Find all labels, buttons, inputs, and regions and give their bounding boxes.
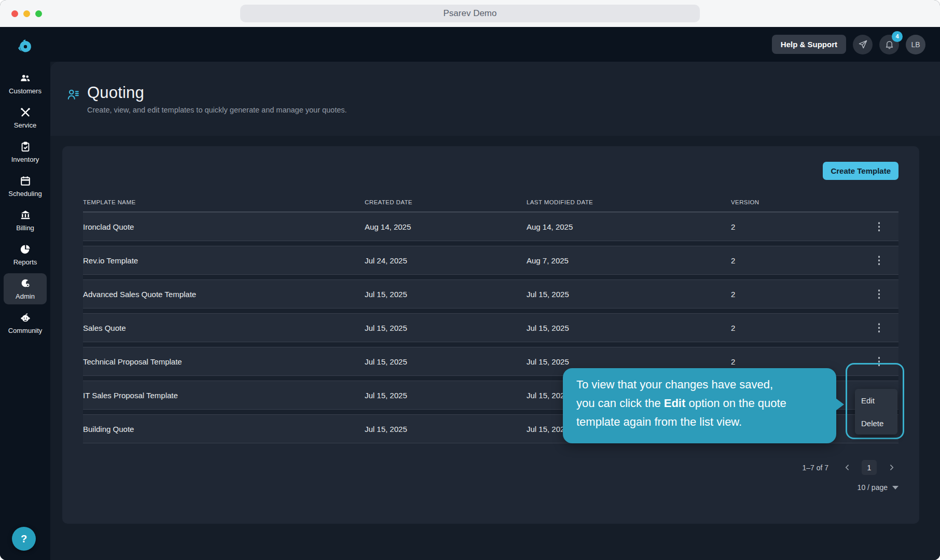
page-subtitle: Create, view, and edit templates to quic… — [87, 106, 347, 114]
cell-template-name: Ironclad Quote — [83, 222, 365, 231]
page-title: Quoting — [87, 83, 347, 102]
sidebar: Customers Service Inventory — [0, 27, 50, 560]
cell-created-date: Jul 24, 2025 — [365, 256, 527, 265]
cell-version: 2 — [731, 222, 898, 231]
column-header-template-name: TEMPLATE NAME — [83, 199, 365, 205]
sidebar-item-label: Billing — [16, 224, 34, 232]
cell-template-name: Rev.io Template — [83, 256, 365, 265]
sidebar-item-label: Service — [14, 121, 36, 129]
zoom-window-button[interactable] — [35, 10, 42, 17]
row-context-menu: Edit Delete — [855, 389, 897, 435]
table-header: TEMPLATE NAME CREATED DATE LAST MODIFIED… — [83, 180, 898, 212]
pagination: 1–7 of 7 1 — [83, 460, 898, 475]
notifications-button[interactable]: 4 — [879, 35, 899, 54]
row-actions-button[interactable] — [875, 320, 883, 335]
cell-template-name: Building Quote — [83, 425, 365, 433]
cell-template-name: Technical Proposal Template — [83, 357, 365, 366]
sidebar-item-label: Community — [8, 327, 43, 334]
cell-created-date: Jul 15, 2025 — [365, 357, 527, 366]
row-actions-button[interactable] — [875, 354, 883, 369]
row-actions-button[interactable] — [875, 219, 883, 234]
cell-created-date: Jul 15, 2025 — [365, 391, 527, 400]
column-header-version: VERSION — [731, 199, 898, 205]
sidebar-item-label: Reports — [13, 258, 37, 266]
community-icon — [19, 312, 32, 324]
quoting-icon — [66, 88, 80, 101]
sidebar-item-label: Scheduling — [8, 190, 42, 198]
customers-icon — [19, 72, 32, 85]
cell-template-name: Sales Quote — [83, 324, 365, 332]
onboarding-tooltip: To view that your changes have saved, yo… — [563, 368, 836, 443]
cell-created-date: Jul 15, 2025 — [365, 324, 527, 332]
window-title: Psarev Demo — [240, 5, 700, 22]
chevron-left-icon[interactable] — [840, 460, 854, 475]
tooltip-line: To view that your changes have saved, — [576, 375, 823, 394]
sidebar-nav: Customers Service Inventory — [0, 66, 50, 340]
cell-version: 2 — [731, 256, 898, 265]
cell-modified-date: Aug 7, 2025 — [527, 256, 731, 265]
service-icon — [19, 106, 32, 119]
pagination-range: 1–7 of 7 — [802, 464, 828, 472]
admin-icon — [19, 277, 32, 290]
sidebar-item-billing[interactable]: Billing — [0, 203, 50, 237]
send-feedback-button[interactable] — [853, 35, 873, 54]
scheduling-icon — [19, 175, 32, 187]
user-avatar[interactable]: LB — [906, 35, 925, 54]
cell-created-date: Jul 15, 2025 — [365, 290, 527, 299]
menu-item-edit[interactable]: Edit — [855, 389, 897, 412]
cell-modified-date: Jul 15, 2025 — [527, 357, 731, 366]
paper-plane-icon — [858, 39, 868, 49]
sidebar-item-service[interactable]: Service — [0, 101, 50, 135]
cell-version: 2 — [731, 290, 898, 299]
table-row[interactable]: Ironclad Quote Aug 14, 2025 Aug 14, 2025… — [83, 212, 898, 241]
cell-version: 2 — [731, 324, 898, 332]
app-content: Customers Service Inventory — [0, 27, 940, 560]
column-header-last-modified-date: LAST MODIFIED DATE — [527, 199, 731, 205]
page-size-label: 10 / page — [858, 483, 888, 492]
cell-modified-date: Jul 15, 2025 — [527, 290, 731, 299]
minimize-window-button[interactable] — [23, 10, 30, 17]
help-button[interactable]: ? — [12, 527, 36, 551]
window-titlebar: Psarev Demo — [0, 0, 940, 27]
cell-template-name: IT Sales Proposal Template — [83, 391, 365, 400]
billing-icon — [19, 209, 32, 221]
menu-item-delete[interactable]: Delete — [855, 412, 897, 435]
topbar: Help & Support 4 LB — [50, 27, 940, 62]
templates-card: Create Template TEMPLATE NAME CREATED DA… — [62, 146, 919, 524]
chevron-right-icon[interactable] — [884, 460, 898, 475]
reports-icon — [19, 243, 32, 256]
caret-down-icon — [892, 486, 898, 489]
table-row[interactable]: Rev.io Template Jul 24, 2025 Aug 7, 2025… — [83, 246, 898, 275]
table-row[interactable]: Advanced Sales Quote Template Jul 15, 20… — [83, 279, 898, 309]
sidebar-item-label: Customers — [9, 87, 42, 95]
cell-version: 2 — [731, 357, 898, 366]
sidebar-item-reports[interactable]: Reports — [0, 237, 50, 272]
traffic-lights — [11, 10, 42, 17]
tooltip-line: you can click the Edit option on the quo… — [576, 394, 823, 413]
cell-modified-date: Jul 15, 2025 — [527, 324, 731, 332]
sidebar-item-inventory[interactable]: Inventory — [0, 135, 50, 169]
sidebar-item-admin[interactable]: Admin — [0, 272, 50, 306]
app-logo-icon[interactable] — [0, 27, 50, 66]
table-row[interactable]: Sales Quote Jul 15, 2025 Jul 15, 2025 2 — [83, 313, 898, 342]
sidebar-item-label: Admin — [16, 292, 35, 300]
cell-created-date: Aug 14, 2025 — [365, 222, 527, 231]
sidebar-item-scheduling[interactable]: Scheduling — [0, 169, 50, 203]
app-window: Psarev Demo Customers — [0, 0, 940, 560]
sidebar-item-customers[interactable]: Customers — [0, 66, 50, 101]
page-header: Quoting Create, view, and edit templates… — [50, 62, 940, 136]
page-number-button[interactable]: 1 — [862, 460, 877, 475]
cell-template-name: Advanced Sales Quote Template — [83, 290, 365, 299]
cell-modified-date: Aug 14, 2025 — [527, 222, 731, 231]
sidebar-item-community[interactable]: Community — [0, 306, 50, 340]
notification-badge: 4 — [892, 31, 903, 42]
page-size-select[interactable]: 10 / page — [83, 483, 898, 492]
tooltip-arrow — [836, 398, 844, 411]
help-support-button[interactable]: Help & Support — [772, 35, 846, 54]
create-template-button[interactable]: Create Template — [823, 162, 898, 180]
close-window-button[interactable] — [11, 10, 18, 17]
main-area: Create Template TEMPLATE NAME CREATED DA… — [50, 136, 940, 560]
row-actions-button[interactable] — [875, 286, 883, 302]
row-actions-button[interactable] — [875, 253, 883, 268]
tooltip-line: template again from the list view. — [576, 413, 823, 431]
